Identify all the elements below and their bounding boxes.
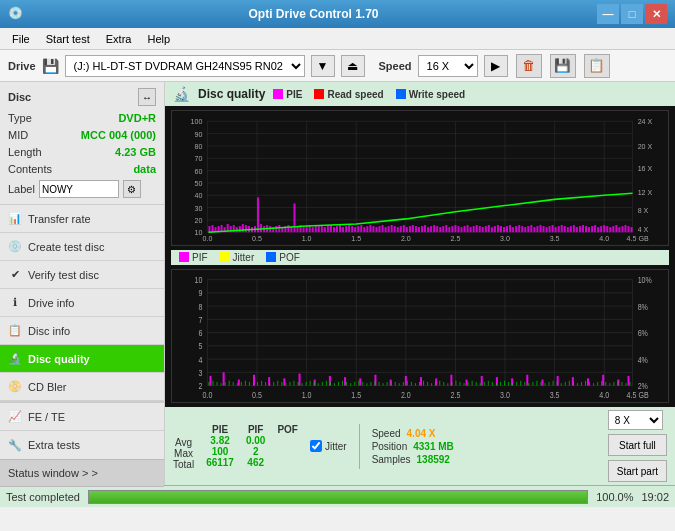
type-label: Type [8, 110, 32, 127]
svg-rect-103 [378, 226, 380, 232]
main-content: 🔬 Disc quality PIE Read speed Write spee… [165, 82, 675, 485]
drive-select[interactable]: (J:) HL-DT-ST DVDRAM GH24NS95 RN02 [65, 55, 305, 77]
svg-rect-275 [269, 383, 270, 385]
svg-rect-183 [621, 226, 623, 232]
svg-rect-110 [400, 226, 402, 232]
svg-rect-350 [573, 382, 574, 386]
svg-rect-109 [397, 227, 399, 232]
start-full-button[interactable]: Start full [608, 434, 667, 456]
jitter-checkbox[interactable] [310, 440, 322, 452]
svg-rect-360 [613, 382, 614, 386]
fe-te-icon: 📈 [8, 410, 22, 424]
svg-rect-322 [459, 382, 460, 386]
erase-button[interactable]: 🗑 [516, 54, 542, 78]
maximize-button[interactable]: □ [621, 4, 643, 24]
nav-transfer-rate[interactable]: 📊 Transfer rate [0, 205, 164, 233]
svg-rect-328 [484, 382, 485, 386]
drive-eject-button[interactable]: ⏏ [341, 55, 365, 77]
svg-text:10: 10 [194, 229, 202, 237]
svg-rect-95 [354, 227, 356, 232]
chart-speed-select[interactable]: 8 X [608, 410, 663, 430]
export-button[interactable]: 📋 [584, 54, 610, 78]
svg-rect-327 [480, 383, 481, 385]
svg-rect-338 [524, 382, 525, 386]
svg-text:70: 70 [194, 155, 202, 163]
extra-tests-icon: 🔧 [8, 438, 22, 452]
menu-file[interactable]: File [4, 31, 38, 47]
svg-rect-167 [573, 225, 575, 232]
svg-rect-280 [289, 382, 290, 386]
status-window-button[interactable]: Status window > > [0, 459, 164, 487]
svg-rect-334 [508, 382, 509, 386]
pie-total: 66117 [206, 457, 234, 468]
save-button[interactable]: 💾 [550, 54, 576, 78]
pof-max [286, 446, 289, 457]
menu-start-test[interactable]: Start test [38, 31, 98, 47]
disc-refresh-button[interactable]: ↔ [138, 88, 156, 106]
nav-extra-tests[interactable]: 🔧 Extra tests [0, 431, 164, 459]
drive-bar: Drive 💾 (J:) HL-DT-ST DVDRAM GH24NS95 RN… [0, 50, 675, 82]
nav-drive-info[interactable]: ℹ Drive info [0, 289, 164, 317]
nav-cd-bler[interactable]: 📀 CD Bler [0, 373, 164, 401]
svg-text:20 X: 20 X [638, 143, 653, 151]
svg-rect-355 [593, 383, 594, 385]
svg-rect-266 [233, 382, 234, 386]
nav-disc-info-label: Disc info [28, 325, 70, 337]
svg-text:8: 8 [198, 302, 202, 312]
close-button[interactable]: ✕ [645, 4, 667, 24]
svg-rect-233 [238, 379, 240, 385]
svg-rect-180 [612, 226, 614, 232]
svg-rect-58 [242, 224, 244, 232]
svg-rect-127 [451, 226, 453, 232]
svg-rect-111 [403, 225, 405, 232]
svg-rect-102 [375, 227, 377, 232]
disc-panel-title: Disc [8, 91, 31, 103]
nav-disc-info[interactable]: 📋 Disc info [0, 317, 164, 345]
total-label: Total [173, 459, 194, 470]
menu-help[interactable]: Help [139, 31, 178, 47]
disc-label-input[interactable] [39, 180, 119, 198]
svg-rect-170 [582, 225, 584, 232]
start-part-button[interactable]: Start part [608, 460, 667, 482]
svg-rect-352 [581, 382, 582, 386]
pie-max: 100 [212, 446, 229, 457]
position-row: Position 4331 MB [372, 441, 454, 452]
svg-rect-303 [383, 383, 384, 385]
svg-text:12 X: 12 X [638, 189, 653, 197]
drive-refresh-button[interactable]: ▼ [311, 55, 335, 77]
pof-col-header: POF [277, 424, 298, 435]
type-value: DVD+R [118, 110, 156, 127]
progress-bar-container [88, 490, 588, 504]
drive-icon: 💾 [42, 58, 59, 74]
nav-verify-test-disc[interactable]: ✔ Verify test disc [0, 261, 164, 289]
svg-text:4.0: 4.0 [599, 235, 609, 243]
svg-rect-118 [424, 225, 426, 232]
nav-disc-quality-label: Disc quality [28, 353, 90, 365]
minimize-button[interactable]: — [597, 4, 619, 24]
svg-rect-163 [561, 225, 563, 232]
svg-text:100: 100 [191, 118, 203, 126]
svg-rect-339 [528, 383, 529, 385]
nav-fe-te[interactable]: 📈 FE / TE [0, 403, 164, 431]
svg-rect-155 [536, 226, 538, 232]
svg-rect-129 [457, 226, 459, 232]
nav-disc-quality[interactable]: 🔬 Disc quality [0, 345, 164, 373]
svg-rect-274 [265, 382, 266, 386]
menu-extra[interactable]: Extra [98, 31, 140, 47]
speed-refresh-button[interactable]: ▶ [484, 55, 508, 77]
nav-create-test-disc[interactable]: 💿 Create test disc [0, 233, 164, 261]
svg-rect-85 [324, 227, 326, 232]
svg-rect-273 [261, 380, 262, 385]
svg-rect-282 [298, 382, 299, 386]
speed-label: Speed [379, 60, 412, 72]
svg-rect-151 [524, 227, 526, 232]
col-empty: Avg Max Total [173, 423, 194, 470]
speed-select[interactable]: 16 X [418, 55, 478, 77]
svg-rect-82 [315, 226, 317, 232]
label-edit-button[interactable]: ⚙ [123, 180, 141, 198]
avg-label: Avg [175, 437, 192, 448]
svg-rect-113 [409, 226, 411, 232]
svg-rect-160 [552, 225, 554, 232]
svg-rect-316 [435, 382, 436, 386]
svg-rect-291 [334, 383, 335, 385]
